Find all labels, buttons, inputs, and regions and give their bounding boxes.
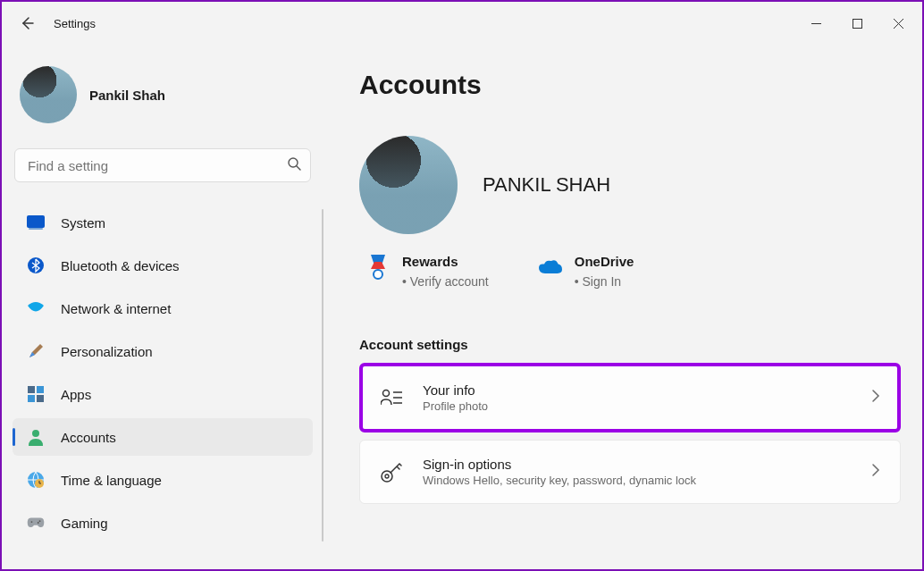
svg-rect-6: [37, 386, 44, 393]
onedrive-sub: Sign In: [575, 274, 634, 289]
svg-point-12: [31, 521, 33, 523]
chevron-right-icon: [871, 389, 880, 407]
chevron-right-icon: [871, 463, 880, 481]
sidebar-item-personalization[interactable]: Personalization: [13, 332, 313, 370]
avatar: [20, 66, 77, 123]
your-info-icon: [380, 386, 403, 409]
globe-icon: [27, 471, 45, 489]
nav-label: Time & language: [61, 473, 162, 488]
accounts-icon: [27, 428, 45, 446]
svg-rect-7: [28, 395, 35, 402]
nav-label: System: [61, 215, 105, 231]
window-controls: [795, 2, 919, 45]
minimize-button[interactable]: [795, 2, 836, 45]
sidebar-item-system[interactable]: System: [13, 204, 313, 241]
sidebar-item-network[interactable]: Network & internet: [13, 290, 313, 327]
svg-point-18: [385, 474, 389, 478]
nav-label: Personalization: [61, 344, 153, 359]
search-icon: [287, 156, 301, 174]
maximize-icon: [853, 19, 862, 29]
sidebar-item-time-language[interactable]: Time & language: [13, 461, 313, 499]
account-name: PANKIL SHAH: [483, 173, 610, 197]
nav-label: Network & internet: [61, 301, 171, 316]
bluetooth-icon: [27, 256, 45, 274]
nav-label: Gaming: [61, 516, 108, 531]
user-block[interactable]: Pankil Shah: [13, 45, 313, 148]
scrollbar[interactable]: [322, 209, 323, 542]
wifi-icon: [27, 299, 45, 317]
app-title: Settings: [54, 17, 96, 30]
section-title: Account settings: [359, 337, 901, 352]
rewards-card[interactable]: Rewards Verify account: [366, 254, 489, 289]
brush-icon: [27, 342, 45, 360]
svg-point-15: [374, 270, 382, 279]
search-input[interactable]: [28, 158, 287, 173]
onedrive-card[interactable]: OneDrive Sign In: [539, 254, 634, 289]
nav-label: Accounts: [61, 430, 116, 445]
search-box[interactable]: [14, 148, 311, 182]
nav-label: Apps: [61, 387, 91, 402]
svg-rect-8: [37, 395, 44, 402]
sidebar-item-gaming[interactable]: Gaming: [13, 504, 313, 542]
avatar-large: [359, 136, 458, 234]
your-info-sub: Profile photo: [423, 399, 852, 413]
page-title: Accounts: [359, 70, 901, 100]
main-content: Accounts PANKIL SHAH Rewards Verify acco…: [323, 45, 922, 569]
svg-point-9: [32, 430, 39, 437]
nav-label: Bluetooth & devices: [61, 258, 180, 273]
svg-point-1: [289, 158, 298, 167]
svg-rect-3: [29, 228, 43, 230]
arrow-left-icon: [20, 16, 34, 30]
account-cards: Rewards Verify account OneDrive Sign In: [359, 254, 901, 289]
your-info-title: Your info: [423, 382, 852, 398]
svg-rect-0: [853, 19, 861, 28]
sidebar-item-bluetooth[interactable]: Bluetooth & devices: [13, 247, 313, 284]
sidebar-item-apps[interactable]: Apps: [13, 375, 313, 413]
sidebar-nav: System Bluetooth & devices Network & int…: [13, 204, 313, 547]
signin-sub: Windows Hello, security key, password, d…: [423, 474, 852, 487]
sidebar: Pankil Shah System Bluetooth & devices: [2, 45, 323, 569]
minimize-icon: [811, 19, 821, 29]
svg-rect-5: [28, 386, 35, 393]
close-button[interactable]: [878, 2, 919, 45]
system-icon: [27, 214, 45, 231]
svg-point-13: [39, 520, 41, 522]
apps-icon: [27, 385, 45, 403]
maximize-button[interactable]: [836, 2, 878, 45]
close-icon: [894, 19, 903, 29]
sidebar-item-accounts[interactable]: Accounts: [13, 418, 313, 456]
onedrive-icon: [539, 256, 562, 279]
key-icon: [380, 460, 403, 483]
titlebar: Settings: [2, 2, 922, 45]
svg-point-14: [38, 522, 39, 524]
rewards-title: Rewards: [402, 254, 489, 269]
gamepad-icon: [27, 514, 45, 532]
your-info-row[interactable]: Your info Profile photo: [359, 363, 901, 432]
signin-options-row[interactable]: Sign-in options Windows Hello, security …: [359, 440, 901, 504]
account-header: PANKIL SHAH: [359, 136, 901, 234]
svg-rect-2: [27, 215, 45, 228]
svg-point-16: [383, 390, 390, 397]
back-button[interactable]: [9, 5, 45, 41]
user-name: Pankil Shah: [89, 88, 165, 103]
rewards-sub: Verify account: [402, 274, 489, 289]
signin-title: Sign-in options: [423, 457, 852, 472]
rewards-icon: [366, 256, 390, 279]
onedrive-title: OneDrive: [575, 254, 634, 269]
